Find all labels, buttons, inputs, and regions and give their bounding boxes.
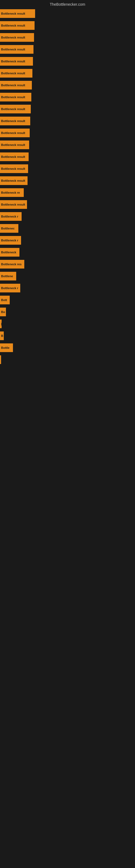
bar-row: Bottle	[0, 342, 135, 354]
bar-row: Bottleneck r	[0, 282, 135, 294]
bottleneck-bar[interactable]: Bottleneck result	[0, 21, 35, 30]
bar-label: B	[1, 334, 3, 337]
bar-label: |	[1, 322, 2, 326]
bottleneck-bar[interactable]: Bottleneck result	[0, 93, 31, 101]
bar-row: Bottleneck result	[0, 20, 135, 31]
bar-label: Bottleneck result	[1, 167, 25, 170]
bottleneck-bar[interactable]: Bottleneck result	[0, 152, 29, 161]
bottleneck-bar[interactable]: Bottleneck result	[0, 164, 28, 173]
bar-row: Bottleneck result	[0, 79, 135, 91]
bar-row: Bo	[0, 306, 135, 318]
bar-label: Bottleneck r	[1, 286, 18, 290]
bar-label: Bottleneck	[1, 251, 16, 254]
bottleneck-bar[interactable]: Bottleneck r	[0, 284, 20, 292]
bar-row: |	[0, 354, 135, 366]
bar-label: Bottleneck result	[1, 203, 25, 206]
bar-label: Bottleneck result	[1, 48, 25, 51]
bottleneck-bar[interactable]: Bottleneck result	[0, 33, 34, 42]
bar-label: Bottleneck result	[1, 95, 25, 99]
bar-label: Bottleneck result	[1, 24, 25, 27]
bottleneck-bar[interactable]: Bottlene	[0, 272, 16, 280]
bar-row: Bottleneck result	[0, 67, 135, 79]
bar-label: Bott	[1, 299, 7, 302]
bar-row: Bottleneck result	[0, 151, 135, 163]
bar-label: Bottleneck result	[1, 12, 25, 15]
bottleneck-bar[interactable]: Bottleneck result	[0, 129, 30, 137]
bar-row: Bottlenec	[0, 222, 135, 235]
bottleneck-bar[interactable]: |	[0, 319, 2, 328]
bottleneck-bar[interactable]: Bottleneck r	[0, 212, 21, 221]
bottleneck-bar[interactable]: Bottleneck result	[0, 105, 31, 113]
bottleneck-bar[interactable]: Bottleneck re	[0, 188, 24, 197]
bar-row: Bottleneck result	[0, 115, 135, 127]
bottleneck-bar[interactable]: |	[0, 355, 1, 364]
bottleneck-bar[interactable]: Bottleneck result	[0, 176, 28, 185]
bar-row: Bottleneck	[0, 246, 135, 258]
bar-row: Bottlene	[0, 270, 135, 282]
bar-label: Bottleneck result	[1, 84, 25, 87]
bottleneck-bar[interactable]: Bottleneck result	[0, 9, 35, 18]
bar-label: Bottleneck result	[1, 60, 25, 63]
bar-label: Bottleneck r	[1, 239, 18, 242]
bar-row: Bottleneck result	[0, 127, 135, 139]
bar-label: Bottle	[1, 346, 9, 349]
bar-label: Bo	[1, 310, 5, 314]
bar-row: Bottleneck result	[0, 163, 135, 175]
bottleneck-bar[interactable]: Bottle	[0, 343, 13, 352]
bar-label: Bottleneck result	[1, 72, 25, 75]
bar-label: Bottlene	[1, 275, 13, 278]
bottleneck-bar[interactable]: Bottleneck result	[0, 57, 33, 66]
bar-row: Bottleneck result	[0, 103, 135, 115]
bottleneck-bar[interactable]: Bottleneck result	[0, 69, 32, 78]
bar-row: Bottleneck result	[0, 175, 135, 187]
bar-row: Bottleneck result	[0, 55, 135, 67]
bar-label: Bottleneck result	[1, 155, 25, 158]
bar-label: Bottleneck result	[1, 143, 25, 147]
bottleneck-bar[interactable]: Bott	[0, 296, 10, 304]
bar-row: Bottleneck re	[0, 187, 135, 198]
bottleneck-bar[interactable]: Bottleneck r	[0, 236, 21, 245]
bottleneck-bar[interactable]: Bottleneck result	[0, 81, 32, 90]
bar-label: Bottleneck r	[1, 215, 18, 218]
bar-row: Bottleneck result	[0, 198, 135, 211]
bar-label: Bottleneck re	[1, 191, 20, 194]
bar-label: Bottlenec	[1, 227, 14, 230]
bar-row: Bottleneck result	[0, 8, 135, 20]
bar-row: Bottleneck result	[0, 91, 135, 103]
bar-label: Bottleneck result	[1, 119, 25, 123]
bottleneck-bar[interactable]: Bottleneck	[0, 248, 19, 257]
bar-row: Bottleneck result	[0, 43, 135, 55]
bar-label: Bottleneck res	[1, 262, 21, 266]
bar-label: Bottleneck result	[1, 131, 25, 134]
bar-row: B	[0, 330, 135, 342]
site-title: TheBottlenecker.com	[0, 0, 135, 8]
bottleneck-bar[interactable]: Bottleneck result	[0, 117, 30, 125]
bar-row: |	[0, 318, 135, 330]
bar-row: Bottleneck result	[0, 139, 135, 151]
bottleneck-bar[interactable]: B	[0, 332, 4, 340]
bottleneck-bar[interactable]: Bottleneck result	[0, 45, 34, 54]
bar-row: Bottleneck result	[0, 31, 135, 43]
bottleneck-bar[interactable]: Bo	[0, 308, 6, 316]
bar-row: Bottleneck r	[0, 211, 135, 222]
bottleneck-bar[interactable]: Bottleneck res	[0, 260, 24, 269]
bar-row: Bottleneck r	[0, 235, 135, 246]
bottleneck-bar[interactable]: Bottleneck result	[0, 200, 27, 209]
bar-row: Bottleneck res	[0, 258, 135, 270]
bar-label: Bottleneck result	[1, 179, 25, 182]
bottleneck-bar[interactable]: Bottlenec	[0, 224, 18, 233]
bar-row: Bott	[0, 294, 135, 306]
bottleneck-bar[interactable]: Bottleneck result	[0, 141, 29, 149]
bar-label: Bottleneck result	[1, 107, 25, 111]
bar-label: Bottleneck result	[1, 36, 25, 39]
